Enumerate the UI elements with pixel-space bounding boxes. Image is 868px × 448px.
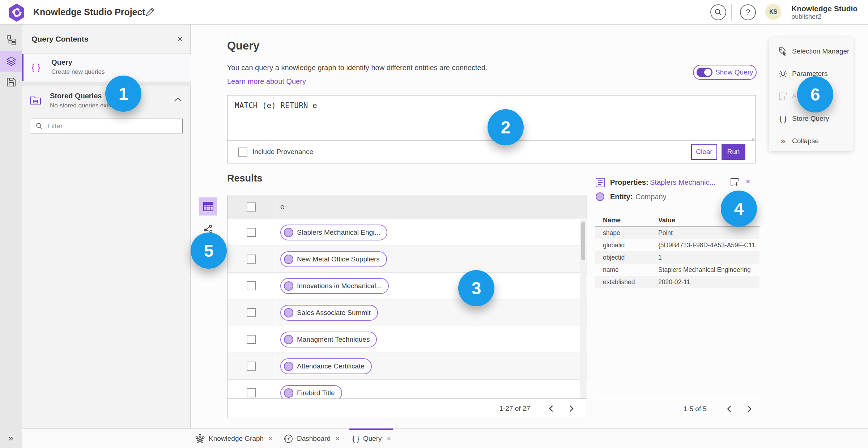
entity-pill[interactable]: Sales Associate Summit	[280, 305, 378, 321]
annotation-5: 5	[191, 232, 227, 269]
row-checkbox[interactable]	[247, 281, 256, 290]
edit-title-icon[interactable]	[145, 7, 156, 17]
chevron-right-icon	[747, 405, 752, 413]
rail-hierarchy-button[interactable]	[0, 30, 22, 51]
query-contents-panel: Query Contents × { } Query Create new qu…	[22, 25, 191, 428]
entity-pill[interactable]: Managment Techniques	[280, 332, 377, 347]
braces-icon: { }	[31, 62, 41, 73]
row-checkbox[interactable]	[247, 362, 256, 371]
panel-close-icon[interactable]: ×	[178, 34, 183, 44]
tab-knowledge-graph[interactable]: Knowledge Graph ×	[195, 429, 273, 448]
close-icon[interactable]: ×	[336, 435, 340, 443]
property-row: objectid 1	[595, 251, 760, 264]
properties-close-icon[interactable]: ×	[745, 176, 750, 187]
show-query-toggle[interactable]: Show Query	[693, 65, 757, 80]
pagination-label: 1-27 of 27	[499, 405, 530, 413]
item-title: Query	[51, 58, 72, 67]
braces-icon: { }	[778, 114, 788, 123]
avatar[interactable]: KS	[765, 4, 781, 20]
row-checkbox[interactable]	[247, 255, 256, 264]
table-view-button[interactable]	[199, 197, 217, 216]
prev-page-button[interactable]	[541, 402, 561, 415]
annotation-3: 3	[458, 270, 494, 306]
help-button[interactable]: ?	[740, 4, 756, 20]
include-provenance-checkbox[interactable]	[238, 148, 247, 157]
search-icon	[35, 122, 43, 130]
add-to-new-icon[interactable]	[729, 177, 740, 187]
menu-item-collapse[interactable]: » Collapse	[769, 132, 853, 150]
panel-title: Query Contents	[31, 35, 89, 43]
results-scrollbar	[580, 219, 586, 399]
table-row: Attendance Certificate	[227, 353, 587, 380]
column-header-e: e	[275, 203, 284, 211]
entity-pill[interactable]: New Metal Office Suppliers	[280, 251, 387, 267]
chevron-right-icon	[569, 405, 574, 412]
menu-item-label: Parameters	[792, 70, 827, 78]
include-provenance-label: Include Provenance	[252, 148, 313, 156]
run-button[interactable]: Run	[722, 144, 745, 160]
table-row: Sales Associate Summit	[227, 299, 587, 326]
entity-pill[interactable]: Attendance Certificate	[280, 358, 372, 374]
app-logo	[8, 3, 25, 22]
filter-input[interactable]	[47, 122, 167, 130]
clear-button[interactable]: Clear	[691, 144, 717, 160]
panel-header: Query Contents ×	[22, 25, 191, 54]
rail-expand-button[interactable]: »	[0, 428, 22, 448]
learn-more-link[interactable]: Learn more about Query	[227, 77, 306, 86]
toggle-knob	[704, 69, 711, 76]
entity-type: Company	[635, 193, 667, 201]
main-content: Query You can query a knowledge graph to…	[191, 25, 868, 428]
property-name: established	[595, 278, 658, 286]
entity-dot-icon	[596, 192, 604, 201]
expand-icon: »	[8, 433, 13, 443]
pagination-label: 1-5 of 5	[684, 405, 707, 413]
menu-item-store-query[interactable]: { } Store Query	[769, 110, 853, 127]
menu-item-selection-manager[interactable]: Selection Manager	[769, 43, 853, 60]
entity-pill[interactable]: Firebird Title	[280, 385, 342, 399]
chevron-up-icon[interactable]	[174, 97, 182, 102]
top-bar: Knowledge Studio Project ? KS Knowledge …	[0, 0, 868, 25]
close-icon[interactable]: ×	[269, 435, 273, 443]
tab-query[interactable]: { } Query ×	[352, 429, 391, 448]
rail-layers-button[interactable]	[0, 51, 22, 72]
layers-icon	[6, 56, 17, 67]
annotation-2: 2	[488, 109, 524, 145]
filter-field[interactable]	[31, 119, 183, 133]
collapse-icon: »	[778, 136, 788, 146]
help-icon: ?	[746, 8, 750, 17]
user-name: Knowledge Studio	[791, 4, 858, 13]
property-name: globalid	[595, 242, 658, 249]
results-table: e Staplers Mechanical Engi... New Metal …	[227, 195, 587, 399]
table-row: Staplers Mechanical Engi...	[227, 219, 587, 246]
entity-dot-icon	[284, 362, 293, 371]
row-checkbox[interactable]	[247, 388, 256, 397]
property-value: 2020-02-11	[658, 278, 760, 286]
query-editor-footer: Include Provenance Clear Run	[227, 140, 756, 163]
tab-dashboard[interactable]: Dashboard ×	[284, 429, 340, 448]
rail-save-button[interactable]	[0, 72, 22, 93]
select-all-checkbox[interactable]	[247, 202, 256, 212]
table-icon	[203, 201, 214, 212]
close-icon[interactable]: ×	[387, 435, 391, 443]
row-checkbox[interactable]	[247, 335, 256, 344]
page-title: Query	[227, 39, 260, 52]
next-page-button[interactable]	[561, 402, 582, 415]
property-value: Point	[658, 229, 760, 237]
user-role: publisher2	[791, 13, 821, 21]
scrollbar-thumb[interactable]	[581, 222, 585, 260]
hierarchy-icon	[6, 35, 16, 45]
sidebar-item-query[interactable]: { } Query Create new queries	[22, 54, 191, 81]
project-title: Knowledge Studio Project	[33, 7, 145, 17]
search-button[interactable]	[710, 4, 726, 20]
row-checkbox[interactable]	[247, 228, 256, 237]
entity-dot-icon	[284, 388, 293, 398]
prev-page-button[interactable]	[719, 402, 739, 415]
row-checkbox[interactable]	[247, 308, 256, 317]
entity-pill[interactable]: Innovations in Mechanical...	[280, 278, 389, 294]
properties-entity-link[interactable]: Staplers Mechanic...	[650, 178, 715, 187]
query-description: You can query a knowledge graph to ident…	[227, 64, 487, 72]
next-page-button[interactable]	[739, 402, 760, 415]
topbar-divider	[731, 4, 732, 21]
property-row: name Staplers Mechanical Engineering	[595, 264, 760, 276]
entity-pill[interactable]: Staplers Mechanical Engi...	[280, 225, 387, 240]
